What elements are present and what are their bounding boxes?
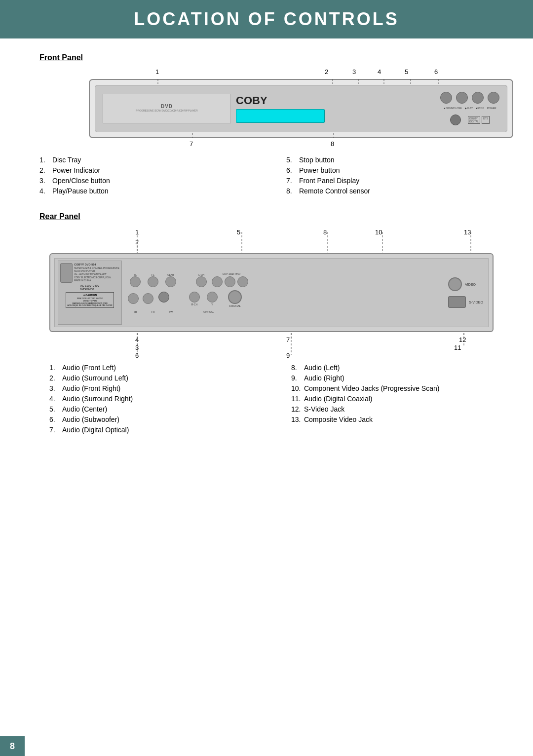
rp-sb-connector [128,293,139,304]
rp-fr-connector [143,293,153,304]
disc-tray: DVD PROGRESSIVE SCAN DVD/CD/CD-R/CD-RW P… [103,94,231,123]
fp-num-4: 4 [378,68,381,76]
rp-num-1: 1 [135,228,139,236]
rp-legend-item-10: 10. Component Video Jacks (Progressive S… [291,384,503,392]
rear-right-connectors: VIDEO S-VIDEO [448,277,488,308]
rp-legend-item-4: 4. Audio (Surround Right) [49,395,262,403]
rp-cb-connector [212,276,223,287]
fp-legend-item-4: 4. Play/Pause button [39,187,257,195]
rp-num-6: 6 [135,352,139,359]
rp-num-8: 8 [323,228,327,236]
rp-video-connector [448,277,462,291]
rp-legend-item-11: 11. Audio (Digital Coaxial) [291,395,503,403]
rp-num-13: 13 [464,228,471,236]
rp-cr-connector [237,276,248,287]
rp-legend-item-8: 8. Audio (Left) [291,364,503,372]
rp-num-9: 9 [286,352,290,359]
fp-num-3: 3 [352,68,356,76]
rp-cent-connector [165,276,176,287]
coby-logo: COBY [236,94,267,107]
digital-logos: DOLBYDIGITAL DTS [468,116,490,124]
rp-num-3: 3 [135,344,139,351]
stop-btn[interactable] [472,92,484,104]
fp-num-8: 8 [331,140,334,148]
fp-num-2: 2 [325,68,328,76]
rear-panel-section: Rear Panel 1 2 5 8 10 13 [39,212,503,436]
rp-num-12: 12 [459,336,466,343]
rp-legend-left: 1. Audio (Front Left) 2. Audio (Surround… [49,364,262,436]
rp-num-10: 10 [375,228,382,236]
rear-panel-device: COBY® DVD-514 SUPER SLIM 5.1 CHANNEL PRO… [49,253,494,332]
fp-num-5: 5 [405,68,408,76]
rp-top-lines [49,226,503,253]
btn-labels: ▲OPEN/CLOSE▶PLAY■STOPPOWER [443,107,496,110]
fp-legend-item-7: 7. Front Panel Display [286,177,503,185]
button-row-top [440,92,499,104]
rear-info-block: COBY® DVD-514 SUPER SLIM 5.1 CHANNEL PRO… [58,261,122,325]
coaxial-label: COAXIAL [223,304,247,307]
rp-legend-item-9: 9. Audio (Right) [291,374,503,382]
fp-legend-item-1: 1. Disc Tray [39,156,257,164]
rp-optical [156,292,171,305]
rp-num-11: 11 [454,344,461,351]
page-number: 8 [0,736,25,756]
display-section: COBY [231,94,440,123]
front-panel-device: DVD PROGRESSIVE SCAN DVD/CD/CD-R/CD-RW P… [89,79,513,138]
rp-num-4: 4 [135,336,139,343]
rp-num-5: 5 [237,228,240,236]
rp-num-2: 2 [135,238,139,246]
rp-legend-item-3: 3. Audio (Front Right) [49,384,262,392]
display-screen [236,109,325,123]
fp-legend-item-6: 6. Power button [286,166,503,174]
ir-sensor [450,114,461,125]
fp-num-6: 6 [434,68,438,76]
rp-rch-connector [189,292,200,302]
rp-pscan-connector [225,276,235,287]
fp-num-1: 1 [155,68,159,76]
fp-legend-item-2: 2. Power Indicator [39,166,257,174]
rear-panel-title: Rear Panel [39,212,503,221]
rp-bottom-lines [49,333,503,359]
rp-legend-item-5: 5. Audio (Center) [49,405,262,413]
page-title: LOCATION OF CONTROLS [0,9,533,30]
fp-legend-item-3: 3. Open/Close button [39,177,257,185]
rp-coaxial-connector [228,290,242,304]
front-panel-title: Front Panel [39,53,503,62]
fp-legend-item-5: 5. Stop button [286,156,503,164]
rp-fl-connector [148,276,158,287]
fp-num-7: 7 [190,140,193,148]
rp-legend-right: 8. Audio (Left) 9. Audio (Right) 10. Com… [291,364,503,436]
fp-legend-item-8: 8. Remote Control sensor [286,187,503,195]
rp-sl-connector [130,276,141,287]
rp-y-connector [207,292,218,302]
front-panel-section: Front Panel 1 2 3 4 5 6 DVD [39,53,503,197]
rp-legend-item-7: 7. Audio (Digital Optical) [49,426,262,434]
open-close-btn[interactable] [440,92,452,104]
page-header: LOCATION OF CONTROLS [0,0,533,38]
rp-legend-item-13: 13. Composite Video Jack [291,416,503,423]
rp-legend-item-2: 2. Audio (Surround Left) [49,374,262,382]
fp-legend-right: 5. Stop button 6. Power button 7. Front … [286,156,503,197]
fp-legend-left: 1. Disc Tray 2. Power Indicator 3. Open/… [39,156,257,197]
rp-lch-connector [196,276,207,287]
power-btn[interactable] [488,92,499,104]
rp-legend-item-12: 12. S-Video Jack [291,405,503,413]
rp-legend-item-6: 6. Audio (Subwoofer) [49,416,262,423]
rp-svideo-connector [448,296,466,308]
rp-num-7: 7 [286,336,290,343]
play-pause-btn[interactable] [456,92,468,104]
right-button-section: ▲OPEN/CLOSE▶PLAY■STOPPOWER DOLBYDIGITAL … [440,92,507,125]
rp-legend-item-1: 1. Audio (Front Left) [49,364,262,372]
